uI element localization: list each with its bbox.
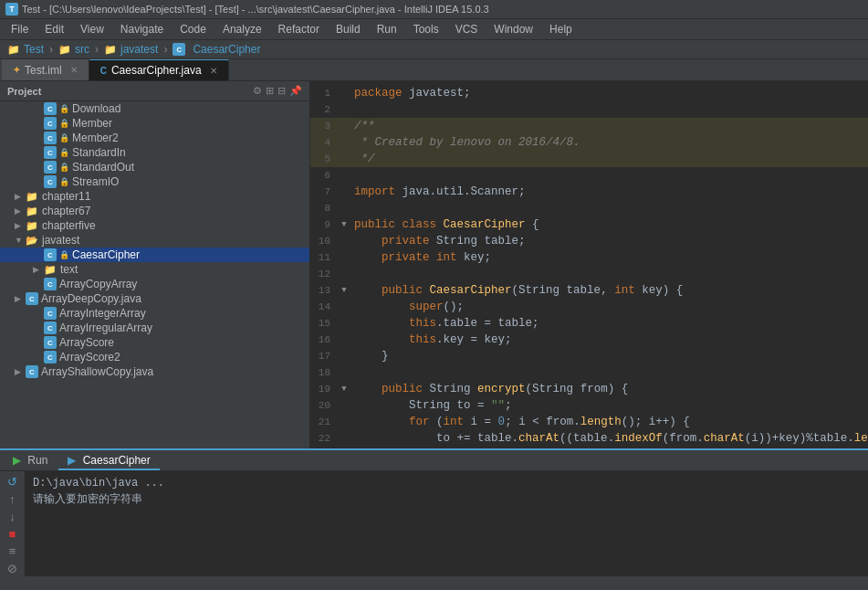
menu-item-run[interactable]: Run <box>370 21 404 37</box>
tab-test-iml[interactable]: ✦ Test.iml ✕ <box>2 59 89 80</box>
menu-item-vcs[interactable]: VCS <box>448 21 486 37</box>
java-icon-arrayirregulararray: C <box>44 321 57 334</box>
code-editor[interactable]: 1 package javatest; 2 3 /** 4 <box>310 81 868 448</box>
run-tab-icon: ▶ <box>13 454 21 467</box>
java-icon-caesarcipher: C <box>44 248 57 261</box>
bottom-tab-caesarcipher[interactable]: ▶ CaesarCipher <box>58 452 159 470</box>
folder-icon-chapter67: 📁 <box>26 205 38 217</box>
tree-label-download: Download <box>72 102 120 115</box>
menu-item-analyze[interactable]: Analyze <box>215 21 269 37</box>
tree-label-standardin: StandardIn <box>72 146 126 159</box>
lock-icon-standardout: 🔒 <box>59 163 69 172</box>
tree-item-member[interactable]: C 🔒 Member <box>0 116 309 131</box>
menu-item-navigate[interactable]: Navigate <box>113 21 171 37</box>
restart-btn[interactable]: ↺ <box>3 475 23 489</box>
code-line-8: 8 <box>310 200 868 216</box>
tree-item-arraycopyarray[interactable]: C ArrayCopyArray <box>0 277 309 291</box>
menu-item-refactor[interactable]: Refactor <box>271 21 327 37</box>
tree-item-standardin[interactable]: C 🔒 StandardIn <box>0 145 309 160</box>
breadcrumb-src[interactable]: src <box>75 43 89 56</box>
java-icon-member2: C <box>44 132 57 144</box>
breadcrumb-caesarcipher[interactable]: CaesarCipher <box>193 43 260 56</box>
tree-item-arrayshallowcopy[interactable]: ▶ C ArrayShallowCopy.java <box>0 364 309 379</box>
tree-item-javatest[interactable]: ▼ 📂 javatest <box>0 233 309 248</box>
sidebar-collapse-icon[interactable]: ⊟ <box>277 85 286 97</box>
clear-btn[interactable]: ⊘ <box>3 562 23 575</box>
menu-item-view[interactable]: View <box>73 21 111 37</box>
tree-label-javatest: javatest <box>42 234 79 247</box>
tab-bar: ✦ Test.iml ✕ C CaesarCipher.java ✕ <box>0 59 868 81</box>
java-icon-arrayscore: C <box>44 336 57 349</box>
tree-item-arrayscore2[interactable]: C ArrayScore2 <box>0 350 309 364</box>
menu-bar: FileEditViewNavigateCodeAnalyzeRefactorB… <box>0 19 868 40</box>
wrap-btn[interactable]: ≡ <box>3 544 23 558</box>
breadcrumb-test[interactable]: Test <box>24 43 44 56</box>
tree-item-arrayintegerarray[interactable]: C ArrayIntegerArray <box>0 306 309 321</box>
tab-test-iml-close[interactable]: ✕ <box>70 65 78 75</box>
tree-label-arraycopyarray: ArrayCopyArray <box>59 278 137 290</box>
java-icon-arraycopyarray: C <box>44 278 57 290</box>
tree-item-chapter67[interactable]: ▶ 📁 chapter67 <box>0 204 309 218</box>
expand-arrow-chapterfive: ▶ <box>15 221 26 230</box>
tree-label-standardout: StandardOut <box>72 161 134 174</box>
bottom-panel: ▶ Run ▶ CaesarCipher ↺ ↑ ↓ ■ ≡ ⊘ ⚙ 📌 D:\… <box>0 448 868 576</box>
tree-item-chapterfive[interactable]: ▶ 📁 chapterfive <box>0 218 309 233</box>
tree-item-download[interactable]: C 🔒 Download <box>0 101 309 116</box>
tree-label-streamio: StreamIO <box>72 175 119 188</box>
sidebar-expand-icon[interactable]: ⊞ <box>266 85 274 97</box>
bottom-tab-run-label: Run <box>27 454 47 467</box>
tab-caesarcipher-java[interactable]: C CaesarCipher.java ✕ <box>89 59 229 80</box>
tab-caesarcipher-close[interactable]: ✕ <box>210 66 217 76</box>
scroll-up-btn[interactable]: ↑ <box>3 492 23 506</box>
menu-item-build[interactable]: Build <box>329 21 368 37</box>
code-line-19: 19 ▼ public String encrypt(String from) … <box>310 381 868 397</box>
sidebar-settings-icon[interactable]: ⚙ <box>253 85 262 97</box>
code-line-21: 21 for (int i = 0; i < from.length(); i+… <box>310 414 868 430</box>
menu-item-window[interactable]: Window <box>486 21 540 37</box>
expand-arrow-arraydeepcopy: ▶ <box>15 294 26 303</box>
tree-label-arraydeepcopy: ArrayDeepCopy.java <box>41 292 141 305</box>
stop-btn[interactable]: ■ <box>3 527 23 541</box>
menu-item-code[interactable]: Code <box>173 21 214 37</box>
code-content: 1 package javatest; 2 3 /** 4 <box>310 81 868 448</box>
breadcrumb-javatest[interactable]: javatest <box>120 43 158 56</box>
tree-item-chapter11[interactable]: ▶ 📁 chapter11 <box>0 189 309 204</box>
scroll-down-btn[interactable]: ↓ <box>3 510 23 523</box>
bottom-sidebar: ↺ ↑ ↓ ■ ≡ ⊘ ⚙ 📌 <box>0 471 26 576</box>
tree-item-standardout[interactable]: C 🔒 StandardOut <box>0 160 309 174</box>
folder-icon-chapter11: 📁 <box>26 191 38 203</box>
breadcrumb-src-icon: 📁 <box>58 44 71 56</box>
tree-item-streamio[interactable]: C 🔒 StreamIO <box>0 174 309 189</box>
tree-item-member2[interactable]: C 🔒 Member2 <box>0 131 309 145</box>
code-line-20: 20 String to = ""; <box>310 397 868 414</box>
code-line-18: 18 <box>310 364 868 381</box>
breadcrumb-bar: 📁 Test › 📁 src › 📁 javatest › C CaesarCi… <box>0 40 868 59</box>
tree-item-arraydeepcopy[interactable]: ▶ C ArrayDeepCopy.java <box>0 291 309 306</box>
menu-item-help[interactable]: Help <box>542 21 580 37</box>
tree-item-text[interactable]: ▶ 📁 text <box>0 262 309 277</box>
code-line-9: 9 ▼ public class CaesarCipher { <box>310 216 868 233</box>
bottom-tab-caesarcipher-label: CaesarCipher <box>83 454 151 467</box>
tree-label-caesarcipher: CaesarCipher <box>72 248 140 261</box>
tree-item-caesarcipher[interactable]: C 🔒 CaesarCipher <box>0 248 309 262</box>
java-icon-arrayintegerarray: C <box>44 307 57 320</box>
app-icon: T <box>5 3 18 16</box>
tree-label-arrayscore2: ArrayScore2 <box>59 351 120 363</box>
tree-item-arrayirregulararray[interactable]: C ArrayIrregularArray <box>0 321 309 335</box>
lock-icon-download: 🔒 <box>59 104 69 113</box>
sidebar-pin-icon[interactable]: 📌 <box>289 85 302 97</box>
menu-item-file[interactable]: File <box>4 21 36 37</box>
tree-item-arrayscore[interactable]: C ArrayScore <box>0 335 309 350</box>
expand-arrow-javatest: ▼ <box>15 236 26 245</box>
bottom-tab-run[interactable]: ▶ Run <box>4 452 57 470</box>
lock-icon-streamio: 🔒 <box>59 177 69 186</box>
code-line-6: 6 <box>310 167 868 184</box>
tree-label-chapterfive: chapterfive <box>42 219 96 232</box>
menu-item-tools[interactable]: Tools <box>406 21 446 37</box>
tree-label-text: text <box>60 263 78 276</box>
code-line-1: 1 package javatest; <box>310 85 868 101</box>
menu-item-edit[interactable]: Edit <box>37 21 71 37</box>
expand-arrow-arrayshallowcopy: ▶ <box>15 367 26 376</box>
expand-arrow-text: ▶ <box>33 265 44 274</box>
tree-label-arrayscore: ArrayScore <box>59 336 114 349</box>
